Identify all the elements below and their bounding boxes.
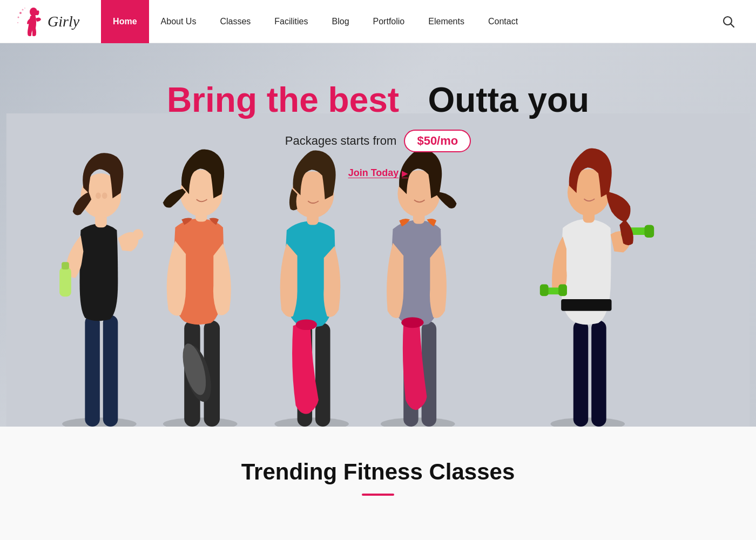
hero-subtext: Packages starts from $50/mo [0,130,756,152]
svg-point-1 [18,17,19,18]
nav-about[interactable]: About Us [149,0,208,43]
svg-point-4 [24,8,25,9]
svg-rect-28 [315,323,330,427]
hero-headline: Bring the best Outta you [0,81,756,119]
svg-rect-13 [62,262,69,269]
svg-rect-46 [540,285,549,296]
nav-elements[interactable]: Elements [416,0,476,43]
svg-point-17 [96,192,101,199]
logo-text: Girly [48,13,79,30]
svg-rect-41 [561,299,611,311]
svg-rect-44 [644,225,654,238]
main-header: Girly Home About Us Classes Facilities B… [0,0,756,43]
svg-rect-39 [573,320,589,427]
svg-point-0 [19,12,22,14]
join-today-link[interactable]: Join Today ▶ [348,167,408,179]
price-badge: $50/mo [404,130,471,152]
svg-rect-40 [591,320,606,427]
nav-home[interactable]: Home [101,0,148,43]
nav-portfolio[interactable]: Portfolio [361,0,417,43]
logo[interactable]: Girly [16,6,79,36]
hero-headline-pink: Bring the best [167,80,399,119]
trending-title: Trending Fitness Classes [0,459,756,485]
svg-point-2 [22,9,24,11]
svg-point-18 [102,192,107,199]
join-arrow-icon: ▶ [402,169,408,178]
nav-facilities[interactable]: Facilities [262,0,320,43]
join-label: Join Today [348,167,399,179]
hero-headline-dark: Outta you [428,80,589,119]
svg-rect-11 [103,315,118,427]
svg-rect-47 [558,285,567,296]
svg-line-7 [731,24,734,27]
svg-point-3 [17,22,18,23]
packages-text: Packages starts from [285,134,397,148]
search-icon[interactable] [717,16,740,28]
trending-section: Trending Fitness Classes [0,427,756,540]
hero-section: Bring the best Outta you Packages starts… [0,43,756,427]
main-nav: Home About Us Classes Facilities Blog Po… [101,0,530,43]
trending-divider [362,494,394,496]
hero-content: Bring the best Outta you Packages starts… [0,81,756,179]
svg-rect-10 [85,315,100,427]
svg-point-29 [296,319,317,330]
nav-classes[interactable]: Classes [208,0,262,43]
logo-icon [16,6,43,36]
svg-point-35 [401,317,423,328]
nav-contact[interactable]: Contact [476,0,530,43]
svg-point-14 [133,229,144,240]
svg-rect-12 [59,267,71,296]
nav-blog[interactable]: Blog [320,0,361,43]
